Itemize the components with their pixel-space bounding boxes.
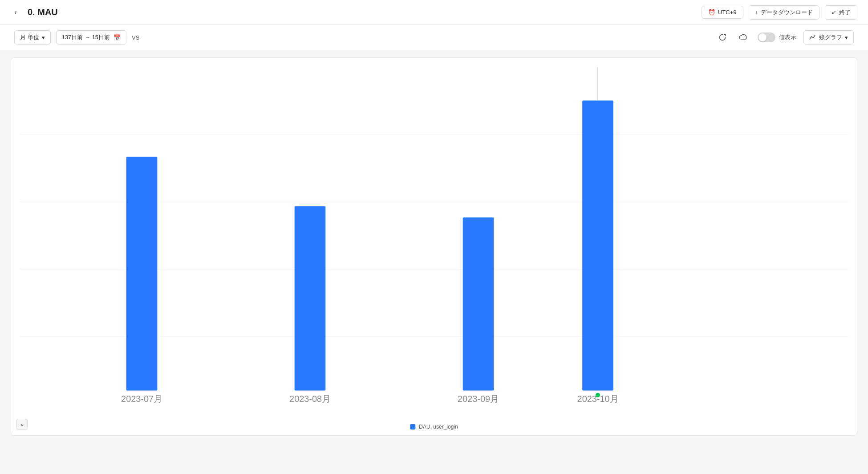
- chart-area: 2023-07月 2023-08月 2023-09月 2023-10月 DAU.…: [11, 57, 857, 436]
- toolbar: 月 単位 ▾ 137日前 → 15日前 📅 VS 値表示: [0, 25, 868, 50]
- bar-2023-08[interactable]: [295, 206, 326, 390]
- page-title: 0. MAU: [28, 7, 58, 17]
- bar-2023-10[interactable]: [582, 101, 613, 391]
- date-range-label: 137日前 → 15日前: [62, 33, 110, 41]
- toggle-knob: [758, 33, 767, 41]
- value-display-toggle[interactable]: [758, 32, 775, 42]
- chevron-down-icon: ▾: [42, 34, 45, 41]
- legend-dot: [410, 424, 415, 429]
- exit-button[interactable]: ↙ 終了: [825, 5, 857, 20]
- svg-text:2023-09月: 2023-09月: [458, 394, 499, 404]
- chart-legend: DAU. user_login: [410, 424, 458, 430]
- download-icon: ↓: [755, 9, 758, 16]
- value-display-toggle-container: 値表示: [758, 32, 796, 42]
- download-label: データダウンロード: [761, 8, 813, 16]
- back-button[interactable]: ‹: [11, 6, 20, 19]
- clock-icon: ⏰: [708, 9, 715, 16]
- unit-label: 月 単位: [20, 33, 39, 41]
- utc-button[interactable]: ⏰ UTC+9: [702, 6, 743, 19]
- chart-svg-container: 2023-07月 2023-08月 2023-09月 2023-10月: [20, 67, 848, 409]
- chart-type-label: 線グラフ: [819, 33, 842, 41]
- date-range-button[interactable]: 137日前 → 15日前 📅: [56, 30, 126, 45]
- header-right: ⏰ UTC+9 ↓ データダウンロード ↙ 終了: [702, 5, 857, 20]
- header-left: ‹ 0. MAU: [11, 6, 58, 19]
- toolbar-right: 値表示 線グラフ ▾: [716, 30, 854, 45]
- header: ‹ 0. MAU ⏰ UTC+9 ↓ データダウンロード ↙ 終了: [0, 0, 868, 25]
- chart-type-button[interactable]: 線グラフ ▾: [803, 30, 854, 45]
- collapse-button[interactable]: »: [16, 419, 28, 430]
- vs-label: VS: [132, 34, 139, 41]
- toolbar-left: 月 単位 ▾ 137日前 → 15日前 📅 VS: [14, 30, 139, 45]
- download-button[interactable]: ↓ データダウンロード: [749, 5, 820, 20]
- bar-2023-07[interactable]: [126, 157, 158, 390]
- unit-select[interactable]: 月 単位 ▾: [14, 30, 51, 45]
- cloud-button[interactable]: [736, 32, 750, 43]
- svg-text:2023-07月: 2023-07月: [121, 394, 162, 404]
- chevron-down-icon-chart: ▾: [845, 34, 848, 41]
- legend-label: DAU. user_login: [419, 424, 458, 430]
- exit-label: 終了: [839, 8, 851, 16]
- refresh-button[interactable]: [716, 32, 729, 43]
- svg-text:2023-08月: 2023-08月: [289, 394, 331, 404]
- calendar-icon: 📅: [114, 34, 121, 41]
- utc-label: UTC+9: [718, 9, 737, 16]
- exit-icon: ↙: [831, 9, 836, 16]
- bar-2023-09[interactable]: [463, 218, 494, 391]
- data-point-dot: [596, 393, 600, 397]
- value-display-label: 値表示: [779, 33, 796, 41]
